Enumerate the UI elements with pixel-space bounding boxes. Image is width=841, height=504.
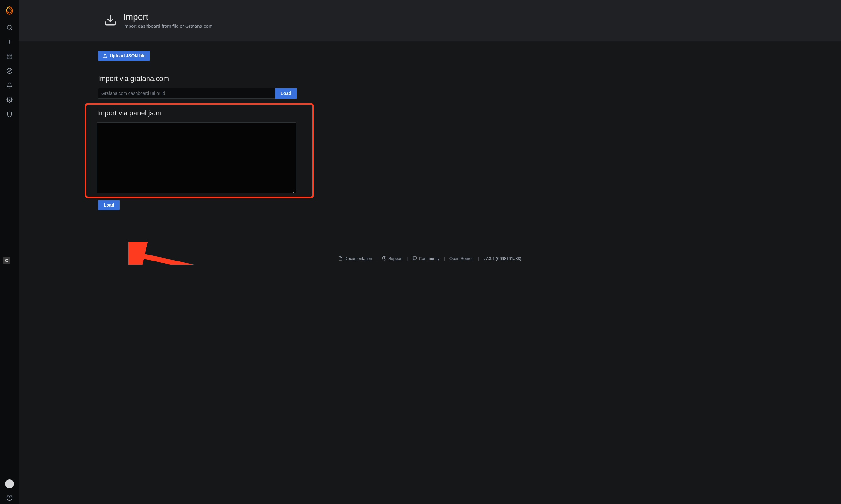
nav-alerting[interactable] [0, 78, 19, 93]
compass-icon [6, 68, 13, 74]
bell-icon [6, 82, 13, 89]
load-from-url-button[interactable]: Load [275, 88, 297, 98]
svg-line-1 [11, 29, 12, 30]
nav-admin[interactable] [0, 107, 19, 122]
panel-json-textarea[interactable] [97, 122, 296, 193]
grafana-logo-icon [5, 6, 14, 15]
footer-support[interactable]: Support [382, 256, 403, 261]
apps-icon [6, 53, 13, 59]
footer-license[interactable]: Open Source [450, 256, 474, 261]
svg-rect-7 [7, 57, 9, 59]
sidebar [0, 0, 19, 265]
svg-point-8 [6, 68, 12, 74]
nav-explore[interactable] [0, 64, 19, 78]
svg-rect-6 [10, 57, 12, 59]
browser-extension-badge[interactable]: C [3, 257, 10, 264]
import-url-row: Load [98, 88, 297, 98]
page-subtitle: Import dashboard from file or Grafana.co… [123, 23, 212, 29]
svg-point-10 [8, 99, 10, 101]
svg-marker-9 [8, 70, 11, 72]
shield-icon [6, 111, 13, 118]
upload-json-label: Upload JSON file [110, 53, 146, 58]
nav-configuration[interactable] [0, 93, 19, 107]
svg-rect-4 [7, 54, 9, 56]
comments-icon [413, 256, 417, 260]
plus-icon [6, 39, 13, 45]
nav-dashboards[interactable] [0, 49, 19, 64]
upload-icon [102, 54, 107, 58]
annotation-highlight: Import via panel json [85, 103, 314, 198]
content: Import Import dashboard from file or Gra… [19, 0, 841, 265]
svg-point-0 [7, 25, 11, 29]
main: Upload JSON file Import via grafana.com … [19, 41, 841, 265]
gear-icon [6, 97, 13, 103]
footer-documentation[interactable]: Documentation [338, 256, 372, 261]
footer-version[interactable]: v7.3.1 (6668161a88) [484, 256, 521, 261]
nav-create[interactable] [0, 35, 19, 49]
footer: Documentation | Support | Community | Op… [19, 252, 841, 265]
import-json-heading: Import via panel json [97, 109, 302, 117]
svg-rect-5 [10, 54, 12, 56]
nav-search[interactable] [0, 20, 19, 35]
import-icon [104, 13, 117, 28]
import-url-heading: Import via grafana.com [98, 75, 841, 83]
page-header: Import Import dashboard from file or Gra… [19, 0, 841, 41]
page-title: Import [123, 12, 212, 22]
grafana-url-input[interactable] [98, 88, 275, 98]
search-icon [6, 24, 13, 31]
upload-json-button[interactable]: Upload JSON file [98, 51, 150, 61]
grafana-logo[interactable] [0, 2, 19, 19]
document-icon [338, 256, 343, 260]
load-from-json-button[interactable]: Load [98, 200, 120, 210]
footer-community[interactable]: Community [413, 256, 440, 261]
help-circle-icon [382, 256, 386, 260]
